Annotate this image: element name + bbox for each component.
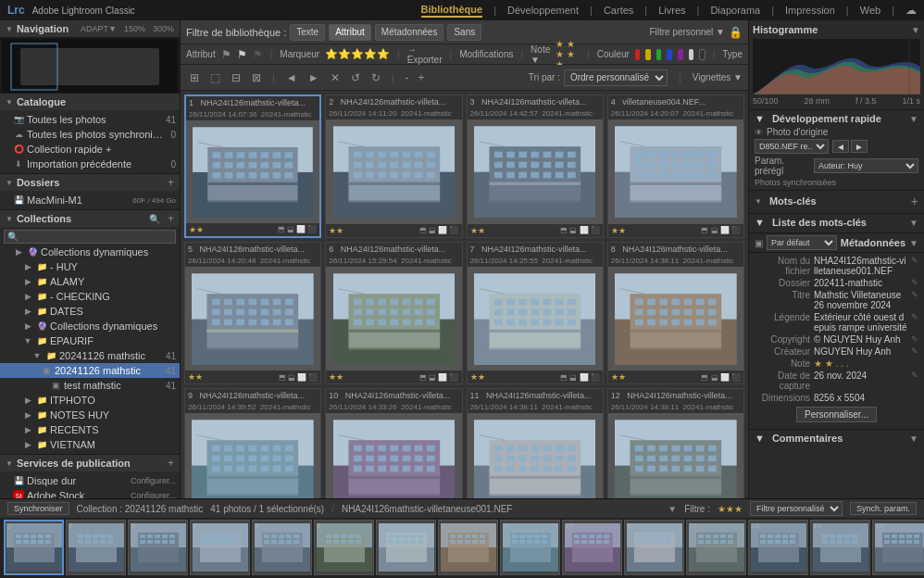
meta-creator-edit[interactable]: ✎ [911,346,918,356]
photo-stars-3[interactable]: ★★ [470,226,485,235]
dossiers-add[interactable]: + [168,176,174,189]
sort-select[interactable]: Ordre personnalisé Date de capture Nom d… [564,69,668,86]
vietnam-item[interactable]: ▶ 📁 VIETNAM [0,437,180,452]
sort-next-btn[interactable]: ► [305,69,323,86]
film-thumb-12[interactable]: 12 [686,520,746,575]
film-thumb-9[interactable]: 9 [500,520,560,575]
photo-action-icons-4[interactable]: ⬒ ⬓ ⬜ ⬛ [701,226,741,234]
nav-impression[interactable]: Impression [785,5,835,16]
notes-item[interactable]: ▶ 📁 NOTES HUY [0,408,180,422]
disk-pub-item[interactable]: 💾 Disque dur Configurer... [0,473,180,488]
all-photos-item[interactable]: 📷 Toutes les photos 41 [0,112,180,127]
view-grid-btn[interactable]: ⊞ [186,69,203,86]
nav-biblioteca[interactable]: Bibliothèque [421,4,483,18]
epaurif-item[interactable]: ▼ 📁 EPAURIF [0,333,180,348]
customize-btn[interactable]: Personnaliser... [796,407,877,422]
dates-item[interactable]: ▶ 📁 DATES [0,304,180,319]
adobe-configure-btn[interactable]: Configurer... [131,491,176,498]
film-thumb-1[interactable]: 1 [4,520,64,575]
photo-cell-10[interactable]: 10 NHA24I126mathstic-villeta... 26/11/20… [325,388,462,498]
film-thumb-8[interactable]: 8 [438,520,498,575]
photo-stars-4[interactable]: ★★ [611,226,626,235]
smart-col-item[interactable]: ▶ 🔮 Collections dynamiques [0,245,180,259]
nav-developpement[interactable]: Développement [507,5,579,16]
synch-param-btn[interactable]: Synch. param. [850,502,917,515]
keywords-add-btn[interactable]: + [911,194,918,208]
navigation-header[interactable]: ▼ Navigation ADAPT▼ 150% 300% [0,20,180,37]
nav-adapt[interactable]: ADAPT▼ [81,24,117,33]
prev-import-item[interactable]: ⬇ Importation précédente 0 [0,157,180,171]
delete-btn[interactable]: ✕ [327,69,343,86]
publish-add[interactable]: + [168,457,174,470]
collections-search[interactable]: 🔍 [149,214,160,224]
film-thumb-10[interactable]: 10 [562,520,622,575]
zoom-in-btn[interactable]: + [415,69,429,86]
film-thumb-11[interactable]: 11 [624,520,684,575]
filter-custom-select[interactable]: Filtre personnalisé [750,501,843,516]
profile-prev-btn[interactable]: ◄ [832,140,849,153]
recents-item[interactable]: ▶ 📁 RECENTS [0,422,180,437]
filter-attribute-tab[interactable]: Attribut [329,24,371,41]
photo-stars-1[interactable]: ★★ [189,225,204,234]
photo-cell-8[interactable]: 8 NHA24I126mathstic-villeta... 26/11/202… [607,242,744,385]
collections-header[interactable]: ▼ Collections 🔍 + [0,210,180,227]
preset-select[interactable]: Auteur: Huy [814,158,918,173]
photo-cell-5[interactable]: 5 NHA24I126mathstic-villeta... 26/11/202… [184,242,321,385]
collections-search-field[interactable] [4,230,176,244]
meta-date-edit[interactable]: ✎ [911,371,918,380]
collections-search-input[interactable] [0,229,180,245]
film-thumb-15[interactable]: 15 [872,520,924,575]
photo-action-icons-5[interactable]: ⬒ ⬓ ⬜ ⬛ [279,373,318,382]
profile-select[interactable]: D850.NEF re... [755,139,829,154]
meta-filter-select[interactable]: Par défaut [767,235,837,250]
color-yellow[interactable] [645,49,651,60]
photo-cell-12[interactable]: 12 NHA24I126mathstic-villeta... 26/11/20… [607,388,744,498]
film-thumb-2[interactable]: 2 [66,520,126,575]
qd-menu[interactable]: ▼ [909,114,918,124]
view-loupe-btn[interactable]: ⬚ [206,69,224,86]
vignettes-label[interactable]: Vignettes ▼ [693,72,743,82]
photo-cell-1[interactable]: 1 NHA24I126mathstic-villeta... 26/11/202… [184,94,321,238]
color-black[interactable] [699,49,705,60]
flag-rejected-icon[interactable]: ⚑ [253,48,263,61]
view-compare-btn[interactable]: ⊟ [228,69,244,86]
meta-folder-edit[interactable]: ✎ [911,278,918,287]
color-blue[interactable] [667,49,672,60]
rotate-right-btn[interactable]: ↻ [368,69,384,86]
photo-cell-11[interactable]: 11 NHA24I126mathstic-villeta... 26/11/20… [467,388,604,498]
checking-item[interactable]: ▶ 📁 - CHECKING [0,289,180,304]
filter-stars-bottom[interactable]: ★★★ [718,504,743,514]
itphoto-item[interactable]: ▶ 📁 ITPHOTO [0,393,180,408]
photo-stars-8[interactable]: ★★ [611,372,626,382]
zoom-out-btn[interactable]: - [402,69,413,86]
rotate-left-btn[interactable]: ↺ [347,69,364,86]
profile-next-btn[interactable]: ► [851,140,868,153]
film-thumb-14[interactable]: 14 [810,520,870,575]
filter-lock-icon[interactable]: 🔒 [729,26,743,39]
flag-picked-icon[interactable]: ⚑ [237,48,247,61]
photo-cell-9[interactable]: 9 NHA24I126mathstic-villeta... 26/11/202… [184,388,321,498]
photo-stars-6[interactable]: ★★ [329,372,343,382]
mathstic-item[interactable]: ▼ 📁 20241126 mathstic 41 [0,348,180,363]
meta-title-edit[interactable]: ✎ [911,290,918,299]
color-red[interactable] [635,49,641,60]
star-icons[interactable]: ⭐⭐⭐⭐⭐ [325,48,390,60]
nav-150[interactable]: 150% [124,24,145,33]
photo-cell-3[interactable]: 3 NHA24I126mathstic-villeta... 26/11/202… [467,94,604,238]
test-mathstic-item[interactable]: ▣ test mathstic 41 [0,378,180,393]
cloud-icon[interactable]: ☁ [905,4,917,17]
meta-copyright-edit[interactable]: ✎ [911,334,918,344]
flag-all-icon[interactable]: ⚑ [221,48,231,61]
meta-legend-edit[interactable]: ✎ [911,312,918,321]
photo-cell-6[interactable]: 6 NHA24I126mathstic-villeta... 26/11/202… [325,242,462,385]
photo-cell-7[interactable]: 7 NHA24I126mathstic-villeta... 26/11/202… [467,242,604,385]
photo-cell-4[interactable]: 4 villetaneuse004.NEF... 26/11/2024 14:2… [607,94,744,238]
publish-header[interactable]: ▼ Services de publication + [0,455,180,471]
quick-collection-item[interactable]: ⭕ Collection rapide + [0,142,180,157]
keywords-header[interactable]: ▼ Mots-clés + [755,194,918,208]
kw-list-menu[interactable]: ▼ [909,218,918,228]
meta-filename-edit[interactable]: ✎ [911,256,918,265]
filter-metadata-tab[interactable]: Métadonnées [375,24,444,41]
color-white[interactable] [689,49,694,60]
photo-action-icons-8[interactable]: ⬒ ⬓ ⬜ ⬛ [701,373,741,382]
